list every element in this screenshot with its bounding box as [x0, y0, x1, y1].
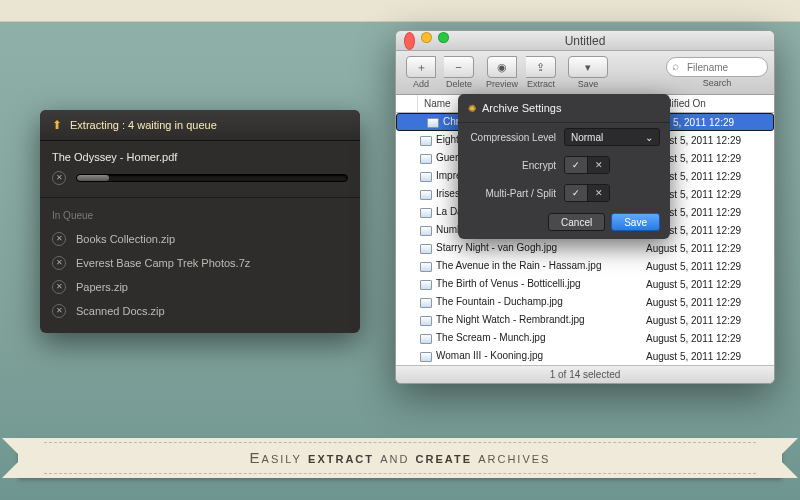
- archive-settings-popover: ✺ Archive Settings Compression Level Nor…: [458, 94, 670, 239]
- file-row[interactable]: The Night Watch - Rembrandt.jpgAugust 5,…: [396, 311, 774, 329]
- file-row[interactable]: Starry Night - van Gogh.jpgAugust 5, 201…: [396, 239, 774, 257]
- remove-queue-item-button[interactable]: ✕: [52, 280, 66, 294]
- close-window-button[interactable]: [404, 32, 415, 50]
- compression-label: Compression Level: [468, 132, 556, 143]
- close-icon: ✕: [587, 157, 609, 173]
- file-name: The Scream - Munch.jpg: [436, 332, 546, 343]
- queue-heading: In Queue: [52, 204, 348, 227]
- file-name: The Fountain - Duchamp.jpg: [436, 296, 563, 307]
- check-icon: ✓: [565, 157, 587, 173]
- search-field: Search: [666, 57, 768, 88]
- gear-icon: ✺: [468, 103, 476, 114]
- popover-title: Archive Settings: [482, 102, 561, 114]
- check-icon: ✓: [565, 185, 587, 201]
- window-titlebar[interactable]: Untitled: [396, 31, 774, 51]
- file-icon: [420, 208, 432, 218]
- extraction-queue: In Queue ✕Books Collection.zip ✕Everest …: [40, 197, 360, 333]
- upload-icon: ⬆: [52, 118, 62, 132]
- ribbon: Easily extract and create archives: [18, 438, 782, 478]
- file-icon: [420, 226, 432, 236]
- file-row[interactable]: Woman III - Kooning.jpgAugust 5, 2011 12…: [396, 347, 774, 365]
- file-icon: [427, 118, 439, 128]
- file-modified: August 5, 2011 12:29: [646, 261, 774, 272]
- remove-queue-item-button[interactable]: ✕: [52, 232, 66, 246]
- file-modified: August 5, 2011 12:29: [646, 351, 774, 362]
- file-row[interactable]: The Scream - Munch.jpgAugust 5, 2011 12:…: [396, 329, 774, 347]
- split-toggle[interactable]: ✓✕: [564, 184, 610, 202]
- queue-item-label: Books Collection.zip: [76, 233, 175, 245]
- file-name: The Avenue in the Rain - Hassam.jpg: [436, 260, 601, 271]
- file-icon: [420, 172, 432, 182]
- popover-header: ✺ Archive Settings: [458, 94, 670, 123]
- queue-item: ✕Books Collection.zip: [52, 227, 348, 251]
- compression-value: Normal: [571, 132, 603, 143]
- save-settings-button[interactable]: Save: [611, 213, 660, 231]
- progress-bar: [76, 174, 348, 182]
- encrypt-toggle[interactable]: ✓✕: [564, 156, 610, 174]
- file-icon: [420, 262, 432, 272]
- file-modified: August 5, 2011 12:29: [646, 315, 774, 326]
- preview-button[interactable]: ◉Preview: [482, 56, 522, 89]
- page-top-edge: [0, 0, 800, 22]
- close-icon: ✕: [587, 185, 609, 201]
- traffic-lights: [404, 32, 449, 50]
- delete-button[interactable]: −Delete: [440, 56, 478, 89]
- queue-item-label: Scanned Docs.zip: [76, 305, 165, 317]
- file-icon: [420, 334, 432, 344]
- current-file-name: The Odyssey - Homer.pdf: [52, 151, 348, 163]
- queue-item-label: Everest Base Camp Trek Photos.7z: [76, 257, 250, 269]
- extraction-current: The Odyssey - Homer.pdf ✕: [40, 141, 360, 197]
- remove-queue-item-button[interactable]: ✕: [52, 256, 66, 270]
- extraction-status-text: Extracting : 4 waiting in queue: [70, 119, 217, 131]
- file-icon: [420, 136, 432, 146]
- add-button[interactable]: ＋Add: [402, 56, 440, 89]
- file-row[interactable]: The Birth of Venus - Botticelli.jpgAugus…: [396, 275, 774, 293]
- file-modified: August 5, 2011 12:29: [646, 333, 774, 344]
- file-icon: [420, 244, 432, 254]
- file-modified: August 5, 2011 12:29: [646, 243, 774, 254]
- file-modified: August 5, 2011 12:29: [646, 297, 774, 308]
- file-icon: [420, 298, 432, 308]
- split-label: Multi-Part / Split: [468, 188, 556, 199]
- file-name: Starry Night - van Gogh.jpg: [436, 242, 557, 253]
- file-row[interactable]: The Avenue in the Rain - Hassam.jpgAugus…: [396, 257, 774, 275]
- file-icon: [420, 154, 432, 164]
- cancel-button[interactable]: Cancel: [548, 213, 605, 231]
- file-icon: [420, 280, 432, 290]
- file-icon: [420, 190, 432, 200]
- zoom-window-button[interactable]: [438, 32, 449, 43]
- window-title: Untitled: [396, 34, 774, 48]
- toolbar: ＋Add −Delete ◉Preview ⇪Extract ▾Save Sea…: [396, 51, 774, 95]
- status-bar: 1 of 14 selected: [396, 365, 774, 383]
- file-name: The Birth of Venus - Botticelli.jpg: [436, 278, 581, 289]
- queue-item-label: Papers.zip: [76, 281, 128, 293]
- tagline-banner: Easily extract and create archives: [0, 432, 800, 492]
- compression-select[interactable]: Normal ⌄: [564, 128, 660, 146]
- extract-button[interactable]: ⇪Extract: [522, 56, 560, 89]
- extraction-header: ⬆ Extracting : 4 waiting in queue: [40, 110, 360, 141]
- queue-item: ✕Scanned Docs.zip: [52, 299, 348, 323]
- encrypt-label: Encrypt: [468, 160, 556, 171]
- file-icon: [420, 352, 432, 362]
- file-modified: August 5, 2011 12:29: [646, 279, 774, 290]
- save-button[interactable]: ▾Save: [564, 56, 612, 89]
- remove-queue-item-button[interactable]: ✕: [52, 304, 66, 318]
- file-name: Woman III - Kooning.jpg: [436, 350, 543, 361]
- file-row[interactable]: The Fountain - Duchamp.jpgAugust 5, 2011…: [396, 293, 774, 311]
- tagline-text: Easily extract and create archives: [250, 449, 551, 467]
- queue-item: ✕Papers.zip: [52, 275, 348, 299]
- search-input[interactable]: [666, 57, 768, 77]
- minimize-window-button[interactable]: [421, 32, 432, 43]
- cancel-current-button[interactable]: ✕: [52, 171, 66, 185]
- file-name: The Night Watch - Rembrandt.jpg: [436, 314, 585, 325]
- queue-item: ✕Everest Base Camp Trek Photos.7z: [52, 251, 348, 275]
- file-icon: [420, 316, 432, 326]
- chevron-down-icon: ⌄: [645, 132, 653, 143]
- extraction-panel: ⬆ Extracting : 4 waiting in queue The Od…: [40, 110, 360, 333]
